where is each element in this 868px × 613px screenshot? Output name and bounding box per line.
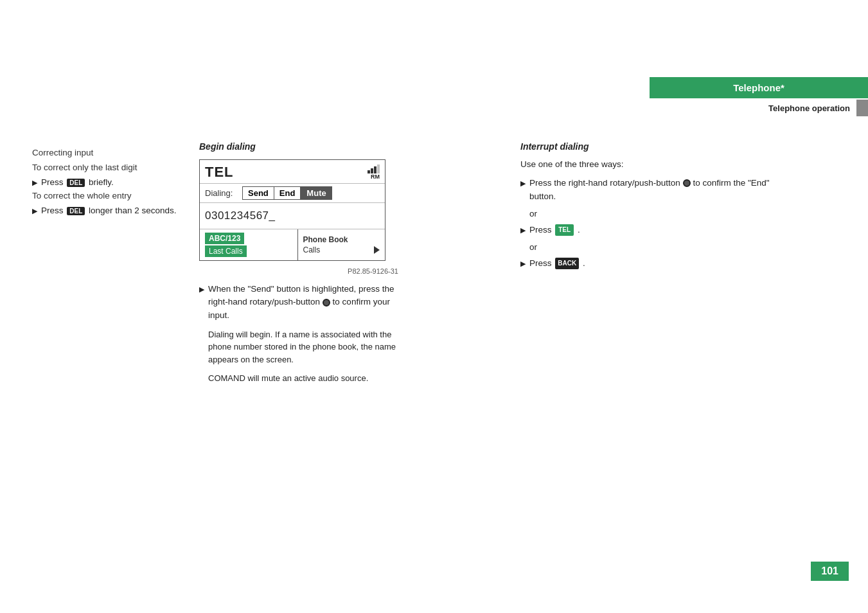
chapter-title: Telephone* bbox=[650, 77, 868, 98]
calls-row: Calls bbox=[298, 245, 385, 256]
tel-button-bullet: ▶ Press TEL . bbox=[520, 224, 777, 237]
mid-body-text: ▶ When the "Send" button is highlighted,… bbox=[199, 283, 398, 385]
caption-reference: P82.85-9126-31 bbox=[199, 267, 398, 275]
signal-rm-area: RM bbox=[368, 164, 380, 180]
bullet-arrow-r3: ▶ bbox=[520, 258, 526, 269]
back-button-bullet: ▶ Press BACK . bbox=[520, 257, 777, 271]
tel-inline-button: TEL bbox=[555, 224, 574, 236]
rotary-end-text: Press the right-hand rotary/push-button … bbox=[529, 177, 777, 204]
tel-button-text: Press TEL . bbox=[529, 224, 580, 237]
three-ways-intro: Use one of the three ways: bbox=[520, 158, 777, 172]
correcting-input-heading: Correcting input bbox=[32, 148, 180, 157]
correct-last-digit-heading: To correct only the last digit bbox=[32, 163, 180, 172]
signal-bar-2 bbox=[371, 168, 373, 173]
phone-book-label: Phone Book bbox=[298, 233, 385, 245]
back-inline-button: BACK bbox=[555, 258, 579, 269]
rotary-end-bullet: ▶ Press the right-hand rotary/push-butto… bbox=[520, 177, 777, 204]
middle-column: Begin dialing TEL RM Dialing: Send End M… bbox=[199, 141, 398, 391]
del-button-label-2: DEL bbox=[67, 207, 85, 215]
bottom-right-area: Phone Book Calls bbox=[298, 229, 385, 260]
dialing-begin-text: Dialing will begin. If a name is associa… bbox=[208, 328, 398, 366]
subtitle-bar: Telephone operation bbox=[624, 100, 868, 116]
right-column: Interrupt dialing Use one of the three w… bbox=[520, 141, 777, 274]
bullet-arrow-1: ▶ bbox=[32, 179, 37, 187]
rotary-icon-1 bbox=[323, 299, 330, 306]
header-bar: Telephone* Telephone operation bbox=[624, 77, 868, 116]
send-button[interactable]: Send bbox=[242, 186, 274, 200]
begin-dialing-title: Begin dialing bbox=[199, 141, 398, 152]
correct-whole-entry-heading: To correct the whole entry bbox=[32, 191, 180, 200]
bullet-arrow-2: ▶ bbox=[32, 207, 37, 215]
section-subtitle: Telephone operation bbox=[624, 100, 856, 116]
left-column: Correcting input To correct only the las… bbox=[32, 148, 180, 219]
del-brief-bullet: ▶ Press DEL briefly. bbox=[32, 177, 180, 187]
mute-text: COMAND will mute an active audio source. bbox=[208, 372, 398, 385]
del-long-bullet: ▶ Press DEL longer than 2 seconds. bbox=[32, 206, 180, 215]
signal-bar-1 bbox=[368, 170, 370, 173]
dialing-label: Dialing: bbox=[205, 188, 238, 198]
subtitle-accent-bar bbox=[856, 100, 868, 116]
last-calls-label: Last Calls bbox=[205, 245, 247, 257]
send-highlighted-bullet: ▶ When the "Send" button is highlighted,… bbox=[199, 283, 398, 322]
bullet-arrow-mid-1: ▶ bbox=[199, 284, 204, 295]
del-long-text: Press DEL longer than 2 seconds. bbox=[41, 206, 177, 215]
end-button[interactable]: End bbox=[274, 186, 301, 200]
right-body-text: Use one of the three ways: ▶ Press the r… bbox=[520, 158, 777, 270]
del-button-label-1: DEL bbox=[67, 179, 85, 187]
phone-screen-mockup: TEL RM Dialing: Send End Mute 0301234567… bbox=[199, 159, 385, 261]
abc-123-label: ABC/123 bbox=[205, 233, 244, 244]
mute-button[interactable]: Mute bbox=[301, 186, 332, 200]
send-highlighted-text: When the "Send" button is highlighted, p… bbox=[208, 283, 398, 322]
phone-top-bar: TEL RM bbox=[200, 160, 385, 184]
or-1: or bbox=[529, 208, 777, 221]
rotary-icon-r1 bbox=[683, 179, 691, 187]
rm-label: RM bbox=[371, 173, 380, 180]
bottom-left-area: ABC/123 Last Calls bbox=[200, 229, 298, 260]
bullet-arrow-r2: ▶ bbox=[520, 225, 526, 236]
back-button-text: Press BACK . bbox=[529, 257, 585, 271]
calls-label: Calls bbox=[303, 245, 321, 254]
right-arrow-icon bbox=[374, 246, 380, 254]
tel-label: TEL bbox=[205, 164, 234, 181]
phone-bottom-bar: ABC/123 Last Calls Phone Book Calls bbox=[200, 229, 385, 260]
phone-number-display: 0301234567_ bbox=[200, 203, 385, 229]
bullet-arrow-r1: ▶ bbox=[520, 178, 526, 189]
phone-dialing-row: Dialing: Send End Mute bbox=[200, 184, 385, 203]
signal-bar-4 bbox=[377, 164, 380, 173]
del-brief-text: Press DEL briefly. bbox=[41, 177, 114, 187]
signal-bars bbox=[368, 164, 380, 173]
or-2: or bbox=[529, 241, 777, 254]
signal-bar-3 bbox=[374, 166, 376, 173]
interrupt-dialing-title: Interrupt dialing bbox=[520, 141, 777, 152]
page-number: 101 bbox=[811, 562, 849, 581]
